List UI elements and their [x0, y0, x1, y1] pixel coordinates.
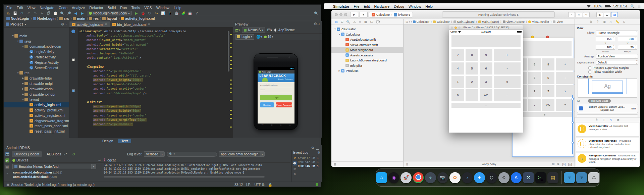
tree-expand-icon[interactable]: ▶	[21, 82, 24, 85]
file-inspector-icon[interactable]: 🗎	[589, 20, 592, 23]
orientation-icon[interactable]: ⬒▾	[235, 28, 240, 32]
jumpbar-segment[interactable]: Calculator	[413, 20, 429, 23]
xcode-file-Assets-xcassets[interactable]: 🗀Assets.xcassets	[331, 53, 403, 58]
calculator-display[interactable]	[451, 35, 521, 47]
toggle-navigator-icon[interactable]: ◧	[596, 12, 603, 17]
tree-expand-icon[interactable]: ▼	[21, 98, 24, 101]
dock-mode-icon[interactable]: 🗔▾	[267, 28, 272, 32]
tree-item-drawable-xxhdpi[interactable]: ▶drawable-xxhdpi	[4, 92, 69, 97]
sim-key-8[interactable]: 8	[466, 49, 478, 61]
avd-manager-icon[interactable]: 📱	[168, 11, 172, 15]
preserve-margins-checkbox[interactable]	[588, 66, 591, 69]
constraint-item-partial[interactable]	[577, 114, 638, 117]
app-filter-select[interactable]: app: com.amal.nodelogin▼	[219, 151, 265, 157]
camera-icon[interactable]: 📷	[5, 152, 9, 156]
simulator-titlebar[interactable]: iPhone 5 - iPhone 5 / iOS 9.3 (13E230)	[449, 25, 523, 30]
password-field[interactable]: ******	[260, 89, 292, 92]
event-log-bubble-icon[interactable]: 💬	[293, 161, 297, 165]
menu-item-code[interactable]: Code	[59, 6, 67, 10]
xcode-file-LaunchScreen-storyboard[interactable]: ▯LaunchScreen.storyboard	[331, 58, 403, 63]
share-icon[interactable]: ⇄	[293, 167, 297, 171]
dock-xcode[interactable]: ⚒	[523, 172, 534, 183]
paste-icon[interactable]: 📋	[53, 11, 58, 15]
settings-wrench-icon[interactable]: ⚒	[293, 156, 297, 160]
sim-key-x[interactable]: x	[494, 76, 521, 88]
device-selector[interactable]: Nexus S▾	[242, 28, 265, 33]
jumpbar-segment[interactable]: View...r Scene	[503, 20, 525, 23]
hide-panel-icon[interactable]: ⊦	[65, 22, 67, 26]
activity-selector[interactable]: Login▾	[235, 34, 254, 40]
tree-item-java[interactable]: ▼java	[4, 39, 69, 44]
menu-item-run[interactable]: Run	[120, 6, 127, 10]
sim-zoom-button[interactable]	[458, 27, 461, 29]
sync-icon[interactable]: ⟳	[20, 11, 24, 15]
storyboard-key-9[interactable]: 9	[542, 58, 554, 70]
menu-item-window[interactable]: Window	[156, 6, 169, 10]
monitor-icon[interactable]: 📊	[161, 11, 165, 15]
breadcrumb-item-src[interactable]: src⟩	[59, 16, 72, 20]
sim-key-÷[interactable]: ÷	[494, 89, 521, 101]
tree-item-drawable-hdpi[interactable]: ▶drawable-hdpi	[4, 76, 69, 81]
tree-item-drawable-mdpi[interactable]: ▶drawable-mdpi	[4, 81, 69, 86]
storyboard-key-equals[interactable]: =	[515, 112, 575, 117]
mac-menu-hardware[interactable]: Hardware	[374, 4, 389, 8]
editor-scrollbar[interactable]	[228, 31, 229, 71]
size-class-control[interactable]: wAny hAny	[482, 162, 496, 166]
menu-item-navigate[interactable]: Navigate	[40, 6, 54, 10]
constraint-line[interactable]	[572, 95, 573, 154]
tree-item-activity_profile-xml[interactable]: ≡activity_profile.xml	[4, 107, 69, 113]
restart-adb-icon[interactable]: ⟲	[72, 152, 75, 156]
breadcrumb-item-activity_login-xml[interactable]: activity_login.xml	[121, 16, 155, 20]
run-configuration-select[interactable]: NodeLogin-NodeLogin▾	[87, 11, 132, 15]
cut-icon[interactable]: ✂	[40, 11, 44, 15]
sim-key-0[interactable]: 0	[451, 89, 464, 101]
disclosure-icon[interactable]: ▼	[333, 28, 337, 30]
sim-key-7[interactable]: 7	[451, 49, 464, 61]
code-editor[interactable]: <LinearLayout xmlns:android="http://sche…	[79, 29, 228, 127]
run-icon[interactable]: ▶	[134, 11, 139, 15]
close-tab-icon[interactable]: ✕	[148, 23, 150, 26]
dock-app-store[interactable]: A	[511, 172, 522, 183]
jumpbar-segment[interactable]: View	[553, 20, 562, 23]
menu-item-file[interactable]: File	[6, 6, 12, 10]
preview-gear-icon[interactable]: ⚙	[314, 22, 317, 26]
menu-item-edit[interactable]: Edit	[17, 6, 23, 10]
tree-item-activity_login-xml[interactable]: ≡activity_login.xml	[4, 102, 69, 107]
menu-item-view[interactable]: View	[28, 6, 36, 10]
dock-launchpad[interactable]: 🚀	[400, 172, 412, 183]
mac-menu-edit[interactable]: Edit	[364, 4, 370, 8]
sim-minimize-button[interactable]	[454, 27, 457, 29]
library-card-navigation-controller[interactable]: ‹Navigation Controller - A controller th…	[576, 153, 639, 166]
tree-item-ServerRequest[interactable]: CServerRequest	[4, 65, 69, 70]
menu-item-vcs[interactable]: VCS	[144, 6, 152, 10]
mac-menu-help[interactable]: Help	[425, 4, 433, 8]
mac-menu-window[interactable]: Window	[409, 4, 421, 8]
run-button[interactable]: ▶	[350, 12, 358, 17]
event-log-gear-icon[interactable]: ⚙	[317, 151, 320, 154]
sim-key-3[interactable]: 3	[480, 76, 492, 88]
tree-item-layout[interactable]: ▼layout	[4, 97, 69, 102]
storyboard-key-3[interactable]: 3	[542, 85, 554, 97]
event-log-entries[interactable]: 6:50:17 PM G9:01:42 PM G9:01:46 PM S	[298, 156, 322, 168]
capture-view-icon[interactable]: 🗔	[5, 165, 9, 169]
document-outline-toggle-icon[interactable]: ▯	[406, 162, 408, 166]
jumpbar-segment[interactable]: Main...yboard	[453, 20, 475, 23]
media-library-icon[interactable]: ▣	[617, 118, 620, 121]
tree-expand-icon[interactable]: ▶	[21, 77, 24, 80]
library-card-storyboard-reference[interactable]: Storyboard Reference - Provides a placeh…	[576, 138, 639, 151]
screen-record-icon[interactable]: ▶	[5, 158, 9, 162]
event-log-entry[interactable]: 6:50:17 PM G	[298, 156, 322, 160]
tree-item-activity_register-xml[interactable]: ≡activity_register.xml	[4, 113, 69, 118]
sim-close-button[interactable]	[451, 27, 453, 29]
attributes-inspector-icon[interactable]: ◇	[609, 20, 612, 23]
jumpbar-segment[interactable]: View...ntroller	[528, 20, 549, 23]
overflow-icon[interactable]: »	[5, 171, 9, 175]
dock-photo-booth[interactable]: 📷	[437, 172, 448, 183]
xcode-file-Info-plist[interactable]: ≔Info.plist	[331, 63, 403, 68]
tree-item-ProfileActivity[interactable]: CProfileActivity	[4, 54, 69, 60]
tree-item-chgpassword_frag-xml[interactable]: ≡chgpassword_frag.xml	[4, 118, 69, 124]
forward-icon[interactable]: ›	[411, 20, 412, 23]
mode-tab-design[interactable]: Design	[99, 139, 117, 143]
debug-icon[interactable]: 🐞	[141, 11, 145, 15]
tree-item-res[interactable]: ▼res	[4, 70, 69, 76]
